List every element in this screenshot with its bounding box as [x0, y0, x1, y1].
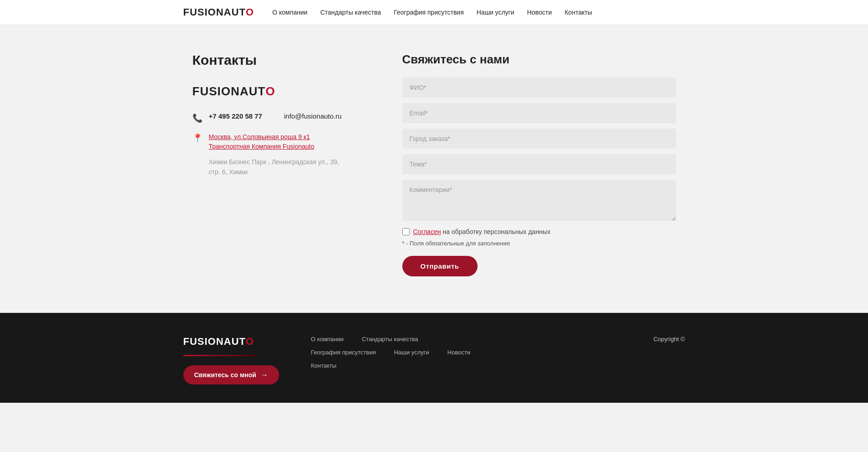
fio-input[interactable] — [402, 78, 676, 98]
footer-nav-row-3: Контакты — [311, 362, 626, 369]
footer: FUSIONAUTO Свяжитесь со мной → О компани… — [0, 313, 868, 403]
comment-input[interactable] — [402, 180, 676, 221]
contact-phone-row: 📞 +7 495 220 58 77 info@fusionauto.ru — [192, 112, 366, 123]
email-input[interactable] — [402, 103, 676, 123]
footer-nav-about[interactable]: О компании — [311, 336, 344, 343]
footer-logo: FUSIONAUTO — [183, 336, 284, 348]
header-logo[interactable]: FUSIONAUTO — [183, 6, 254, 18]
phone-icon: 📞 — [192, 113, 203, 123]
main: Контакты FUSIONAUTO 📞 +7 495 220 58 77 i… — [0, 25, 868, 313]
contacts-logo-text: FUSIONAUTO — [192, 84, 366, 99]
nav-services[interactable]: Наши услуги — [477, 9, 515, 16]
nav-geography[interactable]: География присутствия — [394, 9, 463, 16]
footer-nav-services[interactable]: Наши услуги — [394, 349, 429, 356]
required-note: * - Поля обязательные для заполнения — [402, 240, 676, 247]
footer-nav-news[interactable]: Новости — [447, 349, 470, 356]
footer-nav-row-2: География присутствия Наши услуги Новост… — [311, 349, 626, 356]
nav-about[interactable]: О компании — [272, 9, 307, 16]
footer-left: FUSIONAUTO Свяжитесь со мной → — [183, 336, 284, 384]
contacts-title: Контакты — [192, 52, 366, 68]
contacts-logo-o: O — [265, 84, 275, 99]
footer-nav-contacts[interactable]: Контакты — [311, 362, 337, 369]
arrow-icon: → — [261, 371, 268, 379]
form-title: Свяжитесь с нами — [402, 52, 676, 67]
submit-button[interactable]: Отправить — [402, 256, 478, 276]
location-icon: 📍 — [192, 133, 203, 143]
city-input[interactable] — [402, 129, 676, 149]
footer-nav-row-1: О компании Стандарты качества — [311, 336, 626, 343]
nav-contacts[interactable]: Контакты — [565, 9, 592, 16]
contact-address-main[interactable]: Москва, ул.Соловьиная роща 9 к1 Транспор… — [209, 132, 339, 151]
contact-email: info@fusionauto.ru — [284, 112, 342, 120]
contact-phone: +7 495 220 58 77 — [209, 112, 262, 120]
footer-cta-button[interactable]: Свяжитесь со мной → — [183, 365, 279, 384]
header: FUSIONAUTO О компании Стандарты качества… — [0, 0, 868, 25]
footer-nav-geography[interactable]: География присутствия — [311, 349, 376, 356]
footer-divider — [183, 355, 256, 356]
consent-checkbox[interactable] — [402, 228, 410, 235]
logo-o: O — [246, 6, 254, 18]
footer-nav: О компании Стандарты качества География … — [311, 336, 626, 375]
consent-row: Согласен на обработку персональных данны… — [402, 228, 676, 235]
contact-address-row: 📍 Москва, ул.Соловьиная роща 9 к1 Трансп… — [192, 132, 366, 177]
nav-quality[interactable]: Стандарты качества — [320, 9, 381, 16]
footer-copyright: Copyright © — [654, 336, 685, 343]
contact-form: Согласен на обработку персональных данны… — [402, 78, 676, 276]
contacts-logo: FUSIONAUTO — [192, 84, 366, 99]
footer-nav-quality[interactable]: Стандарты качества — [362, 336, 418, 343]
nav-news[interactable]: Новости — [527, 9, 552, 16]
contacts-info: Контакты FUSIONAUTO 📞 +7 495 220 58 77 i… — [192, 52, 366, 187]
contact-form-section: Свяжитесь с нами Согласен на обработку п… — [402, 52, 676, 276]
topic-input[interactable] — [402, 154, 676, 174]
consent-link[interactable]: Согласен — [413, 228, 441, 235]
contact-address-sub: Химки Бизнес Парк , Ленинградская ул., 3… — [209, 157, 339, 177]
main-nav: О компании Стандарты качества География … — [272, 9, 592, 16]
